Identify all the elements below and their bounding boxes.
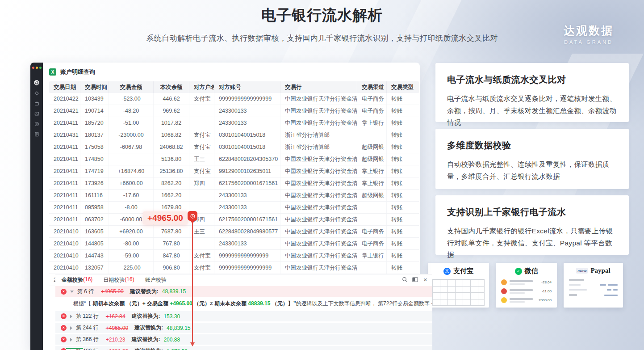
window-content: X 账户明细查询 交易日期交易时间交易金额本次余额对方户名对方账号交易行交易渠道… <box>43 63 420 350</box>
error-old-value: +210.23 <box>106 337 125 343</box>
validation-tab[interactable]: 金额校验(16) <box>62 276 92 284</box>
error-row[interactable]: 第 366 行+210.23建议替换为:200.88 <box>55 334 432 345</box>
briefcase-icon[interactable] <box>33 100 40 106</box>
table-row[interactable]: 20210411173926+6600.008262.20郑四621756020… <box>49 177 419 190</box>
wechat-merchant-icon <box>501 279 507 285</box>
wechat-transaction-row: -11.00 <box>501 288 552 294</box>
table-row[interactable]: 20210411095958-8.001679.80243300133中国农业银… <box>49 202 419 214</box>
table-row[interactable]: 20210411161116-17.601662.20243300133中国农业… <box>49 190 419 202</box>
table-cell <box>189 190 214 201</box>
table-row[interactable]: 20210410132057-225.00906.80支付宝9999999999… <box>49 262 419 274</box>
error-icon <box>61 289 67 295</box>
table-cell: 969.62 <box>154 105 189 117</box>
transactions-table: 交易日期交易时间交易金额本次余额对方户名对方账号交易行交易渠道交易类型 2021… <box>49 81 419 286</box>
error-row[interactable]: 第 6 行+4965.00建议替换为:48,839.15 <box>55 286 432 297</box>
wechat-amount: -28.64 <box>541 280 552 284</box>
validation-tab[interactable]: 日期校验(16) <box>103 276 134 284</box>
table-cell: +6600.00 <box>109 177 154 189</box>
minimize-window-icon[interactable] <box>36 67 38 69</box>
table-cell: 中国农业银行天津分行资金清算中心 <box>280 117 357 129</box>
table-row[interactable]: 20210411185720-51.001017.82243300133中国农业… <box>49 117 419 129</box>
tab-count: (16) <box>125 276 134 284</box>
table-cell: 243300133 <box>214 190 280 201</box>
alipay-statement-thumbnail <box>432 279 485 306</box>
validation-panel: 金额校验(16)日期校验(16)账户校验 第 6 行+4965.00建议替换为:… <box>55 274 432 350</box>
chevron-right-icon[interactable] <box>70 315 72 318</box>
maximize-window-icon[interactable] <box>39 67 42 69</box>
wechat-merchant-icon <box>501 297 507 303</box>
suggest-label: 建议替换为: <box>131 336 160 343</box>
table-cell: 掌上银行 <box>357 165 387 177</box>
feature-body: 电子流水与纸质流水交叉逐条比对，逐笔核对发生额、余额，按周、月、季末核对发生额汇… <box>447 93 617 129</box>
table-cell <box>189 238 214 249</box>
feature-card-bank-support: 支持识别上千家银行电子流水 支持国内几千家银行的银行Excel流水，只需要上传银… <box>435 195 629 255</box>
table-row[interactable]: 20210411063702-6000.001687.80郑四621756020… <box>49 214 419 226</box>
feature-body: 自动校验数据完整性、连续性及重复性，保证数据质量，多维度合并、汇总银行流水数据 <box>447 159 617 182</box>
wechat-label: 微信 <box>525 267 538 275</box>
table-row[interactable]: 20210431180137-23000.001068.82支付宝0301010… <box>49 129 419 141</box>
table-cell: 转账 <box>387 165 419 177</box>
table-cell: 中国农业银行天津分行资金清算中心 <box>280 202 357 213</box>
error-icon <box>61 337 67 342</box>
table-cell: 180137 <box>80 129 109 141</box>
table-cell: 转账 <box>387 117 419 129</box>
table-cell: 20210411 <box>49 202 80 213</box>
table-cell: 243300133 <box>214 105 280 117</box>
wechat-text-placeholder <box>510 298 533 303</box>
table-row[interactable]: 20210410144743-59.00847.80支付宝99999999999… <box>49 250 419 262</box>
table-cell: -51.00 <box>109 117 154 129</box>
validation-tools <box>401 276 429 283</box>
error-row-label: 第 6 行 <box>77 288 94 295</box>
table-row[interactable]: 20210411175058-6067.9824068.82支付宝0301010… <box>49 141 419 153</box>
validation-tab[interactable]: 账户校验 <box>145 276 167 284</box>
close-icon[interactable] <box>422 276 429 283</box>
table-row[interactable]: 20210410163605+6920.007687.80王三622848002… <box>49 226 419 238</box>
table-cell: 906.80 <box>154 262 189 274</box>
table-cell: 174850 <box>80 153 109 165</box>
chevron-right-icon[interactable] <box>70 338 72 342</box>
image-icon[interactable] <box>33 110 40 117</box>
table-cell: 支付宝 <box>189 262 214 274</box>
chevron-down-icon[interactable] <box>70 291 74 293</box>
table-cell: 6228480028049980577 <box>214 226 280 237</box>
chevron-right-icon[interactable] <box>70 326 72 330</box>
gear-icon[interactable] <box>33 90 40 96</box>
search-icon[interactable] <box>401 276 408 283</box>
error-row-label: 第 122 行 <box>76 312 99 320</box>
table-cell: 支付宝 <box>189 129 214 141</box>
wechat-card: ✓ 微信 -28.64-11.002000.00 <box>496 263 557 308</box>
table-cell: 中国农业银行天津分行资金清算中心 <box>280 190 357 201</box>
error-row[interactable]: 第 244 行+4965.00建议替换为:48,839.15 <box>55 323 432 333</box>
table-cell: 转账 <box>387 177 419 189</box>
table-cell: 20210431 <box>49 129 80 141</box>
document-icon[interactable] <box>33 131 40 137</box>
window-titlebar: X 账户明细查询 <box>43 63 420 81</box>
table-cell: 支付宝 <box>189 141 214 153</box>
table-cell: 中国农业银行天津分行资金清算中心 <box>280 177 357 189</box>
table-cell: 支付宝 <box>189 165 214 177</box>
wechat-text-placeholder <box>510 289 533 294</box>
table-row[interactable]: 20210421190714-48.20969.62243300133中国农业银… <box>49 105 419 117</box>
coin-icon[interactable] <box>33 121 40 127</box>
table-cell: 转账 <box>387 141 419 153</box>
error-row[interactable]: 第 480 行+1681.29建议替换为:1,678.52 <box>55 346 432 350</box>
feature-card-multidim-validation: 多维度数据校验 自动校验数据完整性、连续性及重复性，保证数据质量，多维度合并、汇… <box>435 129 629 189</box>
panel-icon[interactable] <box>412 276 418 283</box>
error-row[interactable]: 第 122 行+162.84建议替换为:153.30 <box>55 311 432 321</box>
page-subtitle: 系统自动解析电子流水、执行数据审核，支持国内几千家银行流水识别，支持与打印纸质流… <box>0 33 644 43</box>
table-cell: 6217560200001671561 <box>214 177 280 189</box>
table-cell: -6067.98 <box>109 141 154 153</box>
table-row[interactable]: 20210411174719+16874.6025136.80支付宝991290… <box>49 165 419 177</box>
table-body: 20210422103439-523.00446.62支付宝9999999999… <box>49 93 419 286</box>
table-cell: 转账 <box>387 93 419 105</box>
error-new-value: 48,839.15 <box>167 325 190 331</box>
table-row[interactable]: 20210422103439-523.00446.62支付宝9999999999… <box>49 93 419 105</box>
table-row[interactable]: 20210410144805-80.00767.80243300133中国农业银… <box>49 238 419 250</box>
table-cell: 转账 <box>387 262 419 274</box>
table-cell: 中国农业银行天津分行资金清算中心 <box>280 226 357 237</box>
window-controls[interactable] <box>30 63 43 69</box>
table-cell: 20210410 <box>49 250 80 261</box>
wheel-icon[interactable] <box>33 80 40 86</box>
close-window-icon[interactable] <box>32 67 34 69</box>
table-row[interactable]: 202104111748505136.80王三62284800282043053… <box>49 153 419 165</box>
